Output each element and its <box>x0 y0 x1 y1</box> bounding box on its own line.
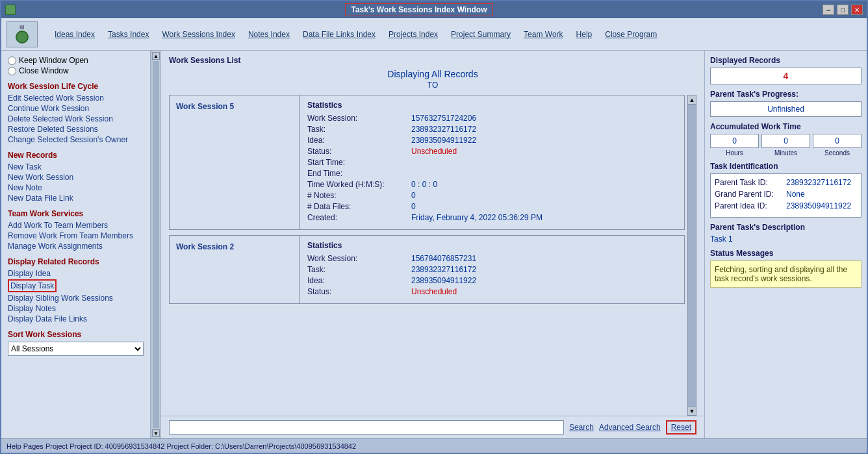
status-bar: Help Pages Project Project ID: 400956931… <box>1 438 867 453</box>
session-card-left-2: Work Session 2 <box>170 236 300 303</box>
stat-work-session-1: Work Session: 157632751724206 <box>307 114 676 123</box>
window-controls: – □ ✕ <box>823 5 863 15</box>
task-id-title: Task Identification <box>710 162 862 171</box>
sidebar-link-add-work-team[interactable]: Add Work To Team Members <box>8 221 144 230</box>
menu-ideas-index[interactable]: Ideas Index <box>48 27 101 42</box>
accumulated-title: Accumulated Work Time <box>710 122 862 131</box>
parent-idea-row: Parent Idea ID: 238935094911922 <box>715 201 857 210</box>
section-title-team-work: Team Work Services <box>8 209 144 218</box>
status-bar-text: Help Pages Project Project ID: 400956931… <box>6 442 356 450</box>
menu-help[interactable]: Help <box>570 27 599 42</box>
search-button[interactable]: Search <box>569 423 594 432</box>
section-title-sort: Sort Work Sessions <box>8 330 144 339</box>
close-window-label: Close Window <box>19 66 69 75</box>
session-card-2[interactable]: Work Session 2 Statistics Work Session: … <box>169 235 685 304</box>
close-button[interactable]: ✕ <box>851 5 863 15</box>
search-input[interactable] <box>169 420 564 435</box>
main-content: Keep Window Open Close Window Work Sessi… <box>1 51 867 438</box>
sidebar-link-display-task[interactable]: Display Task <box>8 279 57 292</box>
section-title-new-records: New Records <box>8 151 144 160</box>
stat-start-time-1: Start Time: <box>307 158 676 167</box>
menu-tasks-index[interactable]: Tasks Index <box>101 27 155 42</box>
sessions-scroll-down[interactable]: ▼ <box>688 406 696 415</box>
stat-end-time-1: End Time: <box>307 169 676 178</box>
session-card-right-2: Statistics Work Session: 156784076857231… <box>300 236 684 303</box>
sidebar-link-display-notes[interactable]: Display Notes <box>8 304 144 313</box>
advanced-search-button[interactable]: Advanced Search <box>599 423 661 432</box>
restore-button[interactable]: □ <box>837 5 849 15</box>
seconds-label: Seconds <box>813 149 862 157</box>
menu-team-work[interactable]: Team Work <box>517 27 569 42</box>
session-card-right-1: Statistics Work Session: 157632751724206… <box>300 95 684 229</box>
menu-work-sessions-index[interactable]: Work Sessions Index <box>155 27 242 42</box>
sidebar-scrollbar[interactable]: ▲ ▼ <box>151 51 161 438</box>
status-messages-title: Status Messages <box>710 249 862 258</box>
session-title-2: Work Session 2 <box>176 242 292 251</box>
sort-section: Sort Work Sessions All Sessions <box>8 330 144 356</box>
sessions-scroll-area: Work Session 5 Statistics Work Session: … <box>161 95 704 416</box>
app-logo: ▤ <box>6 21 38 47</box>
stat-idea-2: Idea: 238935094911922 <box>307 276 676 285</box>
sort-dropdown[interactable]: All Sessions <box>8 342 144 356</box>
stat-task-1: Task: 238932327116172 <box>307 125 676 134</box>
section-title-lifecycle: Work Session Life Cycle <box>8 82 144 91</box>
sidebar-link-new-data-file-link[interactable]: New Data File Link <box>8 194 144 203</box>
stat-notes-1: # Notes: 0 <box>307 191 676 200</box>
stat-data-files-1: # Data Files: 0 <box>307 202 676 211</box>
sidebar-link-edit-session[interactable]: Edit Selected Work Session <box>8 94 144 103</box>
minimize-button[interactable]: – <box>823 5 834 15</box>
sessions-list-scrollbar[interactable]: ▲ ▼ <box>687 95 696 416</box>
close-window-radio[interactable]: Close Window <box>8 66 144 75</box>
stat-task-2: Task: 238932327116172 <box>307 265 676 274</box>
window-title: Task's Work Sessions Index Window <box>345 3 492 16</box>
parent-task-id-row: Parent Task ID: 238932327116172 <box>715 178 857 187</box>
sidebar-link-remove-work-team[interactable]: Remove Work From Team Members <box>8 231 144 240</box>
menu-data-file-links-index[interactable]: Data File Links Index <box>296 27 382 42</box>
sidebar: Keep Window Open Close Window Work Sessi… <box>1 51 151 438</box>
session-title-1: Work Session 5 <box>176 102 292 111</box>
stat-created-1: Created: Friday, February 4, 2022 05:36:… <box>307 213 676 222</box>
stat-status-2: Status: Unscheduled <box>307 287 676 296</box>
accumulated-row: 0 Hours 0 Minutes 0 Seconds <box>710 134 862 157</box>
sidebar-link-continue-session[interactable]: Continue Work Session <box>8 104 144 113</box>
menu-projects-index[interactable]: Projects Index <box>382 27 444 42</box>
sidebar-link-change-owner[interactable]: Change Selected Session's Owner <box>8 135 144 144</box>
sidebar-link-delete-session[interactable]: Delete Selected Work Session <box>8 114 144 123</box>
hours-cell: 0 Hours <box>710 134 759 157</box>
description-value: Task 1 <box>710 234 733 244</box>
stat-work-session-2: Work Session: 156784076857231 <box>307 254 676 263</box>
menu-close-program[interactable]: Close Program <box>598 27 663 42</box>
sidebar-link-manage-assignments[interactable]: Manage Work Assignments <box>8 242 144 251</box>
seconds-cell: 0 Seconds <box>813 134 862 157</box>
stats-title-2: Statistics <box>307 241 676 250</box>
sidebar-link-new-work-session[interactable]: New Work Session <box>8 173 144 182</box>
scroll-up-arrow[interactable]: ▲ <box>152 52 160 60</box>
menu-project-summary[interactable]: Project Summary <box>444 27 517 42</box>
hours-label: Hours <box>710 149 759 157</box>
status-message: Fetching, sorting and displaying all the… <box>710 260 862 288</box>
center-panel: Work Sessions List Displaying All Record… <box>161 51 704 438</box>
right-panel: Displayed Records 4 Parent Task's Progre… <box>704 51 867 438</box>
keep-window-open-radio[interactable]: Keep Window Open <box>8 56 144 65</box>
sidebar-link-display-sibling-sessions[interactable]: Display Sibling Work Sessions <box>8 294 144 303</box>
sidebar-link-new-note[interactable]: New Note <box>8 183 144 192</box>
stats-title-1: Statistics <box>307 101 676 110</box>
keep-window-open-label: Keep Window Open <box>19 56 88 65</box>
scroll-down-arrow[interactable]: ▼ <box>152 429 160 437</box>
parent-progress-value: Unfinished <box>710 101 862 117</box>
session-card-1[interactable]: Work Session 5 Statistics Work Session: … <box>169 95 685 230</box>
app-icon <box>5 5 16 15</box>
parent-progress-title: Parent Task's Progress: <box>710 90 862 99</box>
reset-button[interactable]: Reset <box>666 420 696 435</box>
sessions-scroll-up[interactable]: ▲ <box>688 95 696 105</box>
sidebar-link-restore-sessions[interactable]: Restore Deleted Sessions <box>8 125 144 134</box>
sidebar-link-new-task[interactable]: New Task <box>8 162 144 171</box>
menu-bar: ▤ Ideas Index Tasks Index Work Sessions … <box>1 18 867 51</box>
sidebar-link-display-data-file-links[interactable]: Display Data File Links <box>8 314 144 323</box>
center-header: Work Sessions List Displaying All Record… <box>161 51 704 95</box>
main-window: Task's Work Sessions Index Window – □ ✕ … <box>0 0 868 454</box>
stat-idea-1: Idea: 238935094911922 <box>307 136 676 145</box>
menu-notes-index[interactable]: Notes Index <box>242 27 296 42</box>
description-title: Parent Task's Description <box>710 223 862 232</box>
sidebar-link-display-idea[interactable]: Display Idea <box>8 269 144 278</box>
